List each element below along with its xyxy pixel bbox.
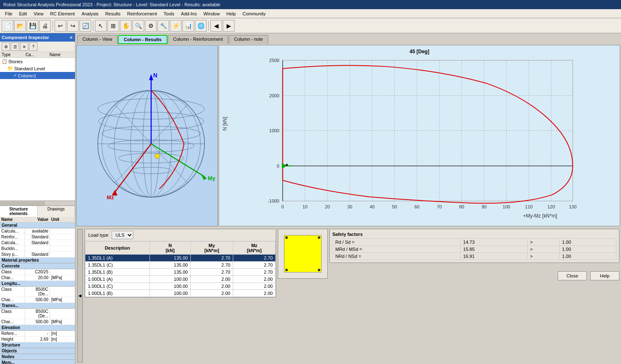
table-row[interactable]: 1.00DL1 (A)100.002.002.00 bbox=[85, 276, 276, 283]
ci-toolbar: ⚙ ☰ ✕ ? bbox=[0, 42, 75, 52]
ci-delete-btn[interactable]: ✕ bbox=[20, 42, 28, 51]
chart-svg: 2500 2000 1000 0 -1000 0 10 20 30 40 50 … bbox=[222, 56, 616, 222]
tab-structure-elements[interactable]: Structure elements bbox=[0, 206, 37, 217]
prop-row: Char...20.00[MPa] bbox=[0, 275, 75, 281]
open-btn[interactable]: 📂 bbox=[14, 20, 26, 32]
menu-item-view[interactable]: View bbox=[30, 10, 47, 17]
tab-drawings[interactable]: Drawings bbox=[37, 206, 75, 217]
safety-row: MRd / MSd =15.85>1.00 bbox=[333, 246, 616, 253]
menu-item-file[interactable]: File bbox=[2, 10, 16, 17]
safety-label: MRd / MSd = bbox=[333, 246, 461, 253]
pan-btn[interactable]: ✋ bbox=[120, 20, 132, 32]
section-material properties: Material properties bbox=[0, 258, 75, 263]
back-btn[interactable]: ◀ bbox=[210, 20, 222, 32]
redo-btn[interactable]: ↪ bbox=[67, 20, 79, 32]
close-button[interactable]: Close bbox=[558, 271, 587, 280]
menu-item-reinforcement[interactable]: Reinforcement bbox=[124, 10, 160, 17]
load-table-body[interactable]: 1.35DL1 (A)135.002.702.701.35DL1 (C)135.… bbox=[85, 255, 276, 297]
ci-sort-btn[interactable]: ☰ bbox=[11, 42, 19, 51]
menu-item-community[interactable]: Community bbox=[239, 10, 269, 17]
refresh-btn[interactable]: 🔄 bbox=[80, 20, 91, 32]
help-button[interactable]: Help bbox=[590, 271, 619, 280]
collapse-button[interactable]: ◀ bbox=[77, 229, 83, 362]
forward-btn[interactable]: ▶ bbox=[223, 20, 234, 32]
prop-unit bbox=[50, 269, 75, 275]
tree-label: Standard Level bbox=[14, 66, 45, 71]
zoom-btn[interactable]: 🔍 bbox=[132, 20, 144, 32]
prop-unit bbox=[50, 252, 75, 257]
tab-bar: Column - ViewColumn - ResultsColumn - Re… bbox=[75, 33, 621, 44]
cursor-btn[interactable]: ↖ bbox=[95, 20, 107, 32]
table-row[interactable]: 1.35DL1 (C)135.002.702.70 bbox=[85, 262, 276, 269]
menu-item-results[interactable]: Results bbox=[102, 10, 124, 17]
cell-mz: 2.70 bbox=[233, 269, 275, 276]
tab-column---reinforcement[interactable]: Column - Reinforcement bbox=[168, 35, 228, 44]
prop-name: Refere... bbox=[0, 331, 25, 336]
menu-item-help[interactable]: Help bbox=[223, 10, 239, 17]
svg-text:40: 40 bbox=[369, 204, 374, 209]
tool4-btn[interactable]: 📊 bbox=[182, 20, 194, 32]
svg-text:0: 0 bbox=[277, 163, 279, 168]
svg-text:+My-Mz [kN*m]: +My-Mz [kN*m] bbox=[523, 213, 557, 219]
tree-icon: ✓ bbox=[13, 73, 17, 78]
svg-text:120: 120 bbox=[547, 204, 555, 209]
menu-item-tools[interactable]: Tools bbox=[160, 10, 178, 17]
prop-name-col: Name bbox=[0, 217, 25, 222]
ci-tree[interactable]: 📋Stories📁Standard Level✓Column1 bbox=[0, 58, 75, 201]
tool1-btn[interactable]: ⚙ bbox=[145, 20, 157, 32]
svg-text:2000: 2000 bbox=[269, 93, 279, 98]
tab-column---view[interactable]: Column - View bbox=[77, 35, 117, 44]
load-type-select[interactable]: ULSSLS bbox=[112, 231, 133, 239]
svg-text:30: 30 bbox=[347, 204, 352, 209]
svg-text:2500: 2500 bbox=[269, 58, 279, 63]
section-elevation: Elevation bbox=[0, 325, 75, 331]
sep2 bbox=[93, 21, 93, 31]
tree-item-stories[interactable]: 📋Stories bbox=[0, 58, 75, 65]
right-content: Column - ViewColumn - ResultsColumn - Re… bbox=[75, 33, 621, 364]
cell-my: 2.70 bbox=[190, 269, 233, 276]
tab-column---note[interactable]: Column - note bbox=[229, 35, 268, 44]
save-btn[interactable]: 💾 bbox=[27, 20, 38, 32]
table-row[interactable]: 1.35DL1 (A)135.002.702.70 bbox=[85, 255, 276, 262]
cell-desc: 1.35DL1 (C) bbox=[85, 262, 150, 269]
print-btn[interactable]: 🖨 bbox=[39, 20, 51, 32]
menu-item-rc element[interactable]: RC Element bbox=[47, 10, 78, 17]
menu-item-analysis[interactable]: Analysis bbox=[78, 10, 102, 17]
prop-unit bbox=[50, 234, 75, 240]
prop-unit: [m] bbox=[50, 337, 75, 342]
menu-item-window[interactable]: Window bbox=[200, 10, 223, 17]
properties-header: Name Value Unit bbox=[0, 217, 75, 223]
table-row[interactable]: 1.00DL1 (C)100.002.002.00 bbox=[85, 283, 276, 290]
tree-item-standard-level[interactable]: 📁Standard Level bbox=[0, 65, 75, 72]
sep3 bbox=[208, 21, 209, 31]
ci-properties[interactable]: GeneralCalcula...availableReinfor...Stan… bbox=[0, 223, 75, 364]
close-icon[interactable]: × bbox=[69, 35, 73, 40]
menu-item-add-ins[interactable]: Add-Ins bbox=[178, 10, 200, 17]
prop-value-col: Value bbox=[25, 217, 50, 222]
prop-value: B500C (De... bbox=[25, 309, 50, 319]
tree-label: Column1 bbox=[18, 73, 36, 78]
prop-row: ClassB500C (De... bbox=[0, 309, 75, 319]
menu-item-edit[interactable]: Edit bbox=[16, 10, 30, 17]
ci-help-btn[interactable]: ? bbox=[29, 42, 37, 51]
tree-item-column1[interactable]: ✓Column1 bbox=[0, 72, 75, 79]
ci-filter-btn[interactable]: ⚙ bbox=[2, 42, 10, 51]
svg-text:-1000: -1000 bbox=[268, 198, 279, 203]
sphere-svg: N My Mz bbox=[77, 45, 217, 226]
table-row[interactable]: 1.00DL1 (B)100.002.002.00 bbox=[85, 290, 276, 297]
tool5-btn[interactable]: 🌐 bbox=[195, 20, 207, 32]
new-btn[interactable]: 📄 bbox=[2, 20, 13, 32]
safety-value: 15.85 bbox=[461, 246, 528, 253]
ci-bottom-tabs: Structure elements Drawings bbox=[0, 206, 75, 217]
load-type-label: Load type bbox=[88, 233, 108, 238]
select-btn[interactable]: ⊞ bbox=[107, 20, 119, 32]
tree-label: Stories bbox=[8, 59, 22, 64]
undo-btn[interactable]: ↩ bbox=[55, 20, 66, 32]
section-general: General bbox=[0, 223, 75, 228]
table-row[interactable]: 1.35DL1 (B)135.002.702.70 bbox=[85, 269, 276, 276]
tab-column---results[interactable]: Column - Results bbox=[118, 35, 167, 44]
tool3-btn[interactable]: ⚡ bbox=[170, 20, 182, 32]
prop-unit bbox=[50, 240, 75, 245]
tool2-btn[interactable]: 🔧 bbox=[157, 20, 169, 32]
corner-dot-tr bbox=[318, 236, 320, 239]
